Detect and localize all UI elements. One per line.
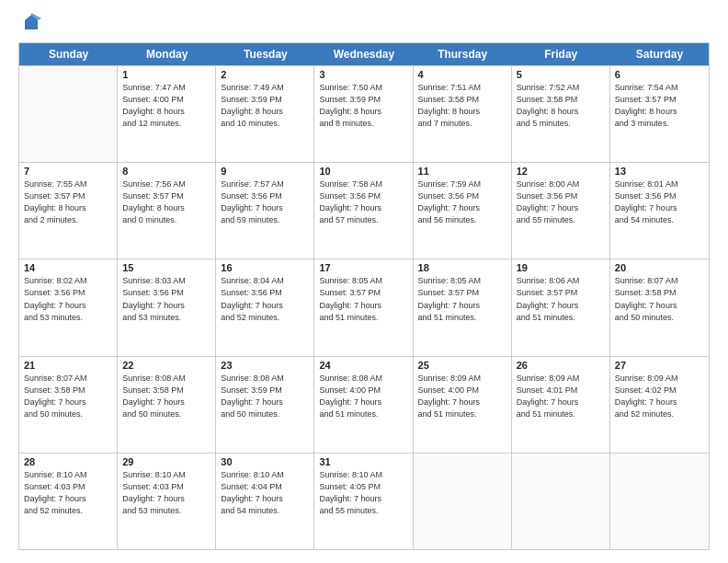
calendar-cell: 16Sunrise: 8:04 AM Sunset: 3:56 PM Dayli…: [216, 259, 314, 355]
day-number: 17: [319, 262, 407, 273]
calendar-cell: 24Sunrise: 8:08 AM Sunset: 4:00 PM Dayli…: [314, 357, 413, 453]
calendar: SundayMondayTuesdayWednesdayThursdayFrid…: [18, 42, 710, 550]
day-number: 22: [122, 360, 210, 371]
logo-icon: [21, 13, 41, 33]
cell-info: Sunrise: 8:10 AM Sunset: 4:04 PM Dayligh…: [221, 469, 309, 517]
day-number: 11: [418, 166, 506, 177]
calendar-week-row: 7Sunrise: 7:55 AM Sunset: 3:57 PM Daylig…: [19, 162, 709, 259]
day-number: 26: [517, 360, 605, 371]
page: SundayMondayTuesdayWednesdayThursdayFrid…: [0, 0, 728, 563]
calendar-cell: 18Sunrise: 8:05 AM Sunset: 3:57 PM Dayli…: [414, 259, 512, 355]
day-number: 18: [418, 262, 506, 273]
day-number: 4: [418, 69, 506, 80]
calendar-cell: 17Sunrise: 8:05 AM Sunset: 3:57 PM Dayli…: [314, 259, 413, 355]
cell-info: Sunrise: 8:05 AM Sunset: 3:57 PM Dayligh…: [319, 275, 407, 323]
calendar-cell: 5Sunrise: 7:52 AM Sunset: 3:58 PM Daylig…: [512, 66, 610, 162]
day-number: 6: [615, 69, 704, 80]
day-number: 1: [122, 69, 210, 80]
cell-info: Sunrise: 7:49 AM Sunset: 3:59 PM Dayligh…: [221, 82, 309, 130]
calendar-cell: 7Sunrise: 7:55 AM Sunset: 3:57 PM Daylig…: [19, 163, 118, 259]
cell-info: Sunrise: 8:10 AM Sunset: 4:03 PM Dayligh…: [122, 469, 210, 517]
cell-info: Sunrise: 8:07 AM Sunset: 3:58 PM Dayligh…: [615, 275, 704, 323]
calendar-cell: 21Sunrise: 8:07 AM Sunset: 3:58 PM Dayli…: [19, 357, 118, 453]
calendar-cell: [19, 66, 118, 162]
calendar-cell: [610, 454, 709, 549]
cell-info: Sunrise: 8:08 AM Sunset: 4:00 PM Dayligh…: [319, 373, 407, 420]
day-number: 8: [122, 166, 210, 177]
cell-info: Sunrise: 7:59 AM Sunset: 3:56 PM Dayligh…: [418, 178, 506, 226]
header-day: Sunday: [19, 43, 118, 65]
day-number: 20: [615, 262, 704, 273]
cell-info: Sunrise: 8:08 AM Sunset: 3:58 PM Dayligh…: [122, 373, 210, 420]
cell-info: Sunrise: 8:04 AM Sunset: 3:56 PM Dayligh…: [221, 275, 309, 323]
day-number: 5: [517, 69, 605, 80]
calendar-week-row: 28Sunrise: 8:10 AM Sunset: 4:03 PM Dayli…: [19, 453, 709, 549]
day-number: 23: [221, 360, 309, 371]
header-day: Tuesday: [216, 43, 314, 65]
calendar-cell: 13Sunrise: 8:01 AM Sunset: 3:56 PM Dayli…: [610, 163, 709, 259]
calendar-cell: 26Sunrise: 8:09 AM Sunset: 4:01 PM Dayli…: [512, 357, 610, 453]
day-number: 30: [221, 456, 309, 467]
day-number: 27: [615, 360, 704, 371]
calendar-cell: 25Sunrise: 8:09 AM Sunset: 4:00 PM Dayli…: [414, 357, 512, 453]
cell-info: Sunrise: 8:02 AM Sunset: 3:56 PM Dayligh…: [24, 275, 112, 323]
day-number: 12: [517, 166, 605, 177]
cell-info: Sunrise: 8:08 AM Sunset: 3:59 PM Dayligh…: [221, 373, 309, 420]
logo: [18, 20, 41, 33]
cell-info: Sunrise: 7:47 AM Sunset: 4:00 PM Dayligh…: [122, 82, 210, 130]
cell-info: Sunrise: 8:00 AM Sunset: 3:56 PM Dayligh…: [517, 178, 605, 226]
cell-info: Sunrise: 8:03 AM Sunset: 3:56 PM Dayligh…: [122, 275, 210, 323]
calendar-cell: 31Sunrise: 8:10 AM Sunset: 4:05 PM Dayli…: [314, 454, 413, 549]
calendar-week-row: 1Sunrise: 7:47 AM Sunset: 4:00 PM Daylig…: [19, 65, 709, 162]
cell-info: Sunrise: 8:09 AM Sunset: 4:00 PM Dayligh…: [418, 373, 506, 420]
day-number: 10: [319, 166, 407, 177]
calendar-cell: 6Sunrise: 7:54 AM Sunset: 3:57 PM Daylig…: [610, 66, 709, 162]
cell-info: Sunrise: 8:06 AM Sunset: 3:57 PM Dayligh…: [517, 275, 605, 323]
cell-info: Sunrise: 7:51 AM Sunset: 3:58 PM Dayligh…: [418, 82, 506, 130]
day-number: 9: [221, 166, 309, 177]
calendar-week-row: 14Sunrise: 8:02 AM Sunset: 3:56 PM Dayli…: [19, 259, 709, 355]
calendar-week-row: 21Sunrise: 8:07 AM Sunset: 3:58 PM Dayli…: [19, 356, 709, 453]
calendar-cell: 1Sunrise: 7:47 AM Sunset: 4:00 PM Daylig…: [118, 66, 216, 162]
day-number: 2: [221, 69, 309, 80]
calendar-cell: 27Sunrise: 8:09 AM Sunset: 4:02 PM Dayli…: [610, 357, 709, 453]
calendar-cell: 28Sunrise: 8:10 AM Sunset: 4:03 PM Dayli…: [19, 454, 118, 549]
calendar-cell: 22Sunrise: 8:08 AM Sunset: 3:58 PM Dayli…: [118, 357, 216, 453]
header-day: Wednesday: [314, 43, 413, 65]
header-day: Monday: [118, 43, 216, 65]
cell-info: Sunrise: 7:57 AM Sunset: 3:56 PM Dayligh…: [221, 178, 309, 226]
cell-info: Sunrise: 8:09 AM Sunset: 4:02 PM Dayligh…: [615, 373, 704, 420]
calendar-body: 1Sunrise: 7:47 AM Sunset: 4:00 PM Daylig…: [19, 65, 709, 549]
calendar-cell: 4Sunrise: 7:51 AM Sunset: 3:58 PM Daylig…: [414, 66, 512, 162]
calendar-cell: 12Sunrise: 8:00 AM Sunset: 3:56 PM Dayli…: [512, 163, 610, 259]
calendar-cell: 30Sunrise: 8:10 AM Sunset: 4:04 PM Dayli…: [216, 454, 314, 549]
day-number: 31: [319, 456, 407, 467]
header-day: Thursday: [414, 43, 512, 65]
calendar-cell: 2Sunrise: 7:49 AM Sunset: 3:59 PM Daylig…: [216, 66, 314, 162]
calendar-cell: 23Sunrise: 8:08 AM Sunset: 3:59 PM Dayli…: [216, 357, 314, 453]
day-number: 24: [319, 360, 407, 371]
day-number: 7: [24, 166, 112, 177]
cell-info: Sunrise: 8:09 AM Sunset: 4:01 PM Dayligh…: [517, 373, 605, 420]
calendar-cell: 8Sunrise: 7:56 AM Sunset: 3:57 PM Daylig…: [118, 163, 216, 259]
cell-info: Sunrise: 7:50 AM Sunset: 3:59 PM Dayligh…: [319, 82, 407, 130]
cell-info: Sunrise: 8:10 AM Sunset: 4:03 PM Dayligh…: [24, 469, 112, 517]
day-number: 15: [122, 262, 210, 273]
cell-info: Sunrise: 8:07 AM Sunset: 3:58 PM Dayligh…: [24, 373, 112, 420]
day-number: 19: [517, 262, 605, 273]
day-number: 13: [615, 166, 704, 177]
calendar-cell: 29Sunrise: 8:10 AM Sunset: 4:03 PM Dayli…: [118, 454, 216, 549]
cell-info: Sunrise: 7:58 AM Sunset: 3:56 PM Dayligh…: [319, 178, 407, 226]
cell-info: Sunrise: 7:54 AM Sunset: 3:57 PM Dayligh…: [615, 82, 704, 130]
calendar-cell: 14Sunrise: 8:02 AM Sunset: 3:56 PM Dayli…: [19, 259, 118, 355]
calendar-cell: 15Sunrise: 8:03 AM Sunset: 3:56 PM Dayli…: [118, 259, 216, 355]
calendar-cell: 3Sunrise: 7:50 AM Sunset: 3:59 PM Daylig…: [314, 66, 413, 162]
day-number: 14: [24, 262, 112, 273]
cell-info: Sunrise: 7:56 AM Sunset: 3:57 PM Dayligh…: [122, 178, 210, 226]
cell-info: Sunrise: 8:01 AM Sunset: 3:56 PM Dayligh…: [615, 178, 704, 226]
cell-info: Sunrise: 8:10 AM Sunset: 4:05 PM Dayligh…: [319, 469, 407, 517]
header: [18, 17, 710, 33]
calendar-cell: [512, 454, 610, 549]
day-number: 21: [24, 360, 112, 371]
calendar-cell: 10Sunrise: 7:58 AM Sunset: 3:56 PM Dayli…: [314, 163, 413, 259]
